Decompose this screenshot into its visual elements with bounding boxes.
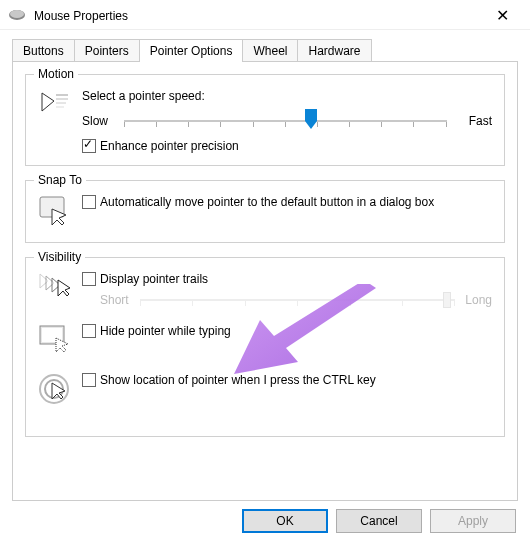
mouse-icon [8, 9, 26, 23]
hide-typing-label: Hide pointer while typing [100, 324, 231, 338]
tab-pointer-options[interactable]: Pointer Options [139, 39, 244, 62]
hide-typing-checkbox[interactable] [82, 324, 96, 338]
enhance-precision-label: Enhance pointer precision [100, 139, 239, 153]
pointer-trails-icon [38, 272, 82, 303]
motion-group-label: Motion [34, 67, 78, 81]
window-title: Mouse Properties [34, 9, 482, 23]
pointer-speed-slider[interactable] [124, 111, 447, 131]
tab-pointers[interactable]: Pointers [74, 39, 140, 62]
motion-group: Motion Select a pointer speed: Slow [25, 74, 505, 166]
ok-button[interactable]: OK [242, 509, 328, 533]
enhance-precision-checkbox[interactable] [82, 139, 96, 153]
auto-move-checkbox[interactable] [82, 195, 96, 209]
show-ctrl-checkbox[interactable] [82, 373, 96, 387]
visibility-group: Visibility Display pointer trails Short [25, 257, 505, 437]
motion-speed-icon [38, 89, 82, 120]
apply-button[interactable]: Apply [430, 509, 516, 533]
slider-slow-label: Slow [82, 114, 118, 128]
trails-short-label: Short [100, 293, 140, 307]
tab-buttons[interactable]: Buttons [12, 39, 75, 62]
pointer-options-panel: Motion Select a pointer speed: Slow [12, 61, 518, 501]
pointer-trails-slider: Short Long [100, 292, 492, 308]
pointer-speed-label: Select a pointer speed: [82, 89, 492, 103]
show-ctrl-icon [38, 373, 82, 408]
visibility-group-label: Visibility [34, 250, 85, 264]
tab-strip: Buttons Pointers Pointer Options Wheel H… [0, 30, 530, 61]
svg-point-1 [10, 10, 24, 18]
tab-wheel[interactable]: Wheel [242, 39, 298, 62]
slider-fast-label: Fast [469, 114, 492, 128]
close-button[interactable]: ✕ [482, 6, 522, 25]
snap-to-icon [38, 195, 82, 230]
dialog-buttons: OK Cancel Apply [0, 509, 530, 543]
hide-typing-icon [38, 324, 82, 357]
snap-to-group-label: Snap To [34, 173, 86, 187]
trails-long-label: Long [465, 293, 492, 307]
tab-hardware[interactable]: Hardware [297, 39, 371, 62]
pointer-trails-label: Display pointer trails [100, 272, 208, 286]
show-ctrl-label: Show location of pointer when I press th… [100, 373, 376, 387]
auto-move-label: Automatically move pointer to the defaul… [100, 195, 434, 211]
cancel-button[interactable]: Cancel [336, 509, 422, 533]
snap-to-group: Snap To Automatically move pointer to th… [25, 180, 505, 243]
pointer-trails-checkbox[interactable] [82, 272, 96, 286]
title-bar: Mouse Properties ✕ [0, 0, 530, 30]
